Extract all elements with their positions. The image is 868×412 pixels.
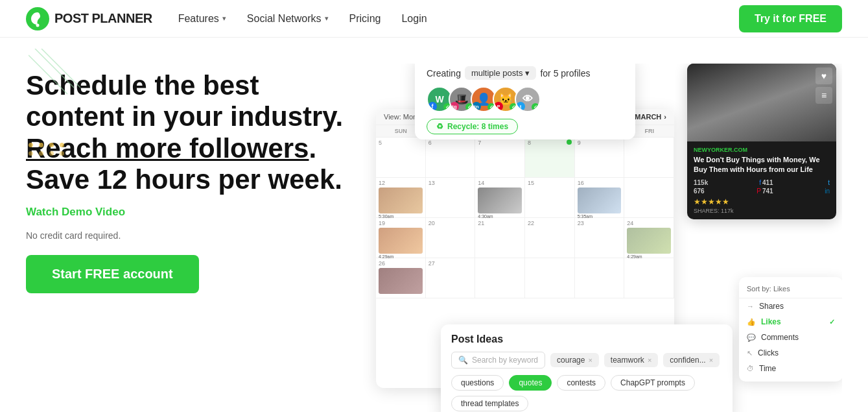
article-body: NEWYORKER.COM We Don't Buy Things with M… (687, 141, 836, 219)
logo[interactable]: POST PLANNER (26, 7, 152, 30)
cal-cell-17 (624, 178, 674, 218)
tag-courage-remove[interactable]: × (588, 356, 592, 364)
post-ideas-search-row: 🔍 Search by keyword courage × teamwork ×… (451, 352, 722, 369)
tag-teamwork-remove[interactable]: × (648, 356, 651, 364)
cal-thumb-12 (379, 188, 423, 213)
stat-linkedin: 741 in (762, 188, 830, 195)
badge-chevron-icon: ▾ (525, 68, 530, 78)
cal-cell-27: 27 (426, 258, 476, 298)
pinterest-stat-icon: P (757, 188, 761, 195)
cal-cell-20: 20 (426, 218, 476, 258)
main-content: Schedule the best content in your indust… (0, 38, 868, 412)
twitter-stat-icon: t (828, 179, 830, 186)
stat-facebook: 115k f (694, 179, 761, 186)
suggestion-chatgpt[interactable]: ChapGPT prompts (611, 375, 695, 391)
recycle-icon: ♻ (436, 122, 443, 131)
avatars-row: W ✓ f 🎩 ✓ ig 👤 ✓ in (427, 86, 624, 112)
avatar-5: 👁 ✓ t (515, 86, 541, 112)
sort-item-time[interactable]: ⏱ Time (739, 361, 842, 376)
nav-links: Features ▾ Social Networks ▾ Pricing Log… (178, 13, 427, 25)
clicks-sort-icon: ↖ (747, 349, 753, 357)
likes-sort-icon: 👍 (747, 318, 756, 326)
cal-cell-10 (624, 138, 674, 178)
sort-header[interactable]: Sort by: Likes (739, 282, 842, 298)
heart-action-icon[interactable]: ♥ (815, 67, 832, 84)
suggestion-questions[interactable]: questions (451, 375, 504, 391)
suggestion-thread-templates[interactable]: thread templates (451, 396, 528, 411)
cal-cell-19: 19 4:29am (376, 218, 426, 258)
list-action-icon[interactable]: ≡ (815, 87, 832, 104)
sort-item-comments[interactable]: 💬 Comments (739, 330, 842, 345)
tag-teamwork[interactable]: teamwork × (604, 353, 658, 367)
time-sort-icon: ⏱ (747, 365, 754, 372)
hero-decoration (29, 49, 80, 103)
cal-cell-9: 9 (575, 138, 625, 178)
facebook-stat-icon: f (759, 179, 761, 186)
creating-label: Creating (427, 68, 461, 79)
suggestion-contests[interactable]: contests (557, 375, 605, 391)
svg-line-3 (41, 49, 80, 88)
nav-login[interactable]: Login (401, 13, 427, 25)
creating-row: Creating multiple posts ▾ for 5 profiles (427, 66, 624, 80)
start-free-account-button[interactable]: Start FREE account (26, 255, 199, 293)
cal-cell-28 (475, 258, 525, 298)
creating-badge[interactable]: multiple posts ▾ (465, 66, 536, 80)
suggestion-quotes[interactable]: quotes (509, 375, 552, 391)
no-credit-card-text: No credit card required. (26, 230, 363, 241)
nav-pricing[interactable]: Pricing (349, 13, 381, 25)
cal-cell-30 (575, 258, 625, 298)
article-actions: ♥ ≡ (815, 67, 832, 104)
cal-cell-16: 16 5:35am (575, 178, 625, 218)
sort-item-clicks[interactable]: ↖ Clicks (739, 345, 842, 361)
cal-cell-21: 21 (475, 218, 525, 258)
cal-cell-23: 23 (575, 218, 625, 258)
likes-check-icon: ✓ (829, 318, 835, 326)
cal-cell-15: 15 (525, 178, 575, 218)
cal-cell-13: 13 (426, 178, 476, 218)
recycle-badge[interactable]: ♻ Recycle: 8 times (427, 119, 518, 134)
cal-cell-26: 26 (376, 258, 426, 298)
post-ideas-title: Post Ideas (451, 333, 722, 345)
cal-cell-22: 22 (525, 218, 575, 258)
cal-thumb-19 (379, 228, 423, 254)
post-ideas-panel: Post Ideas 🔍 Search by keyword courage ×… (441, 324, 733, 412)
sort-item-likes[interactable]: 👍 Likes ✓ (739, 314, 842, 330)
tag-confidence-remove[interactable]: × (709, 356, 713, 364)
nav-social-networks[interactable]: Social Networks ▾ (247, 13, 329, 25)
keyword-search-box[interactable]: 🔍 Search by keyword (451, 352, 545, 369)
calendar-grid: 5 6 7 8 9 12 5:30am 13 14 (376, 138, 674, 298)
logo-icon (26, 7, 49, 30)
cal-cell-5: 5 (376, 138, 426, 178)
cal-cell-7: 7 (475, 138, 525, 178)
article-image: ♥ ≡ (687, 64, 836, 141)
cal-cell-6: 6 (426, 138, 476, 178)
article-stats: 115k f 411 t 676 P 741 i (694, 179, 830, 195)
svg-point-1 (36, 23, 40, 27)
comments-sort-icon: 💬 (747, 333, 756, 342)
article-card: ♥ ≡ NEWYORKER.COM We Don't Buy Things wi… (687, 64, 836, 219)
cal-cell-12: 12 5:30am (376, 178, 426, 218)
for-profiles-label: for 5 profiles (540, 68, 590, 79)
article-title: We Don't Buy Things with Money, We Buy T… (694, 155, 830, 175)
navbar-right: Try it for FREE (739, 5, 842, 32)
article-source: NEWYORKER.COM (694, 147, 830, 153)
tag-confidence[interactable]: confiden... × (663, 353, 720, 367)
creating-popup: Creating multiple posts ▾ for 5 profiles… (415, 64, 635, 139)
sort-item-shares[interactable]: → Shares (739, 298, 842, 314)
avatar-5-check: ✓ (532, 103, 539, 111)
cal-thumb-26 (379, 268, 423, 294)
stat-twitter: 411 t (762, 179, 830, 186)
stat-pinterest: 676 P (694, 188, 761, 195)
tag-courage[interactable]: courage × (550, 353, 599, 367)
hero-right: Creating multiple posts ▾ for 5 profiles… (363, 64, 842, 412)
watch-demo-link[interactable]: Watch Demo Video (26, 206, 363, 219)
navbar: POST PLANNER Features ▾ Social Networks … (0, 0, 868, 38)
cal-thumb-16 (578, 188, 622, 213)
logo-text: POST PLANNER (54, 11, 152, 26)
nav-features[interactable]: Features ▾ (178, 13, 226, 25)
shares-label: SHARES: 117k (694, 208, 830, 214)
try-free-button[interactable]: Try it for FREE (739, 5, 842, 32)
navbar-left: POST PLANNER Features ▾ Social Networks … (26, 7, 427, 30)
sort-panel: Sort by: Likes → Shares 👍 Likes ✓ 💬 Comm… (739, 277, 842, 382)
cal-cell-14: 14 4:30am (475, 178, 525, 218)
